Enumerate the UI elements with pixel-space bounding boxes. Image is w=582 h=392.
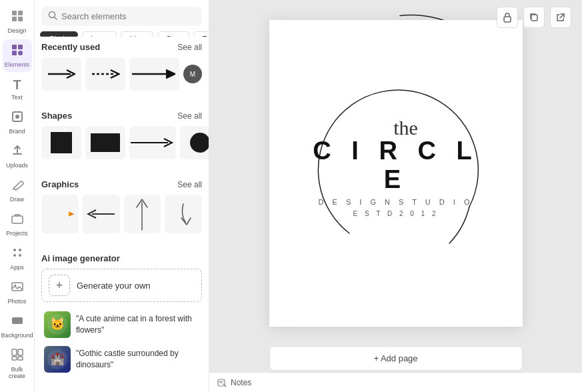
lock-button[interactable] <box>497 7 518 28</box>
svg-rect-20 <box>12 357 17 360</box>
shape-thumb-line-arrow[interactable] <box>129 126 176 159</box>
search-icon <box>48 11 57 22</box>
logo-circle-main-text: C I R C L E <box>296 137 496 194</box>
recently-used-row: M <box>41 57 202 91</box>
sidebar-item-background-label: Background <box>1 332 33 339</box>
graphic-thumb-sketch-arrow-down[interactable] <box>165 195 202 233</box>
logo-text-group: the C I R C L E D E S I G N S T U D I O … <box>296 117 496 217</box>
ai-generate-button[interactable]: + Generate your own <box>41 269 202 302</box>
svg-rect-18 <box>12 349 17 355</box>
sidebar-item-projects[interactable]: Projects <box>3 208 32 241</box>
svg-rect-34 <box>531 15 537 21</box>
svg-rect-10 <box>12 216 23 223</box>
sidebar-nav: Design Elements T Text Brand Uploads <box>0 0 35 392</box>
recently-used-header: Recently used See all <box>41 42 202 52</box>
ai-plus-icon: + <box>49 275 70 296</box>
sidebar-item-bulk-create[interactable]: Bulk create <box>3 344 32 383</box>
shape-thumb-rect[interactable] <box>85 126 125 159</box>
add-page-button[interactable]: + Add page <box>269 346 523 371</box>
canvas-area: the C I R C L E D E S I G N S T U D I O … <box>209 0 582 392</box>
sidebar-item-elements-label: Elements <box>5 61 30 68</box>
sidebar-item-elements[interactable]: Elements <box>3 39 32 72</box>
sidebar-item-uploads[interactable]: Uploads <box>3 140 32 173</box>
filter-tab-star[interactable]: Star <box>157 31 189 37</box>
graphics-title: Graphics <box>41 179 79 189</box>
sidebar-item-apps[interactable]: Apps <box>3 242 32 275</box>
notes-icon <box>217 378 227 387</box>
graphic-thumb-left-arrow[interactable] <box>83 195 120 233</box>
svg-rect-3 <box>18 17 23 21</box>
sidebar-item-bulk-create-label: Bulk create <box>5 366 29 379</box>
notes-bar: Notes <box>209 372 582 392</box>
logo-design: the C I R C L E D E S I G N S T U D I O … <box>296 73 496 273</box>
ai-prompt-text-2: "Gothic castle surrounded by dinosaurs" <box>76 348 199 371</box>
filter-tab-logo[interactable]: Logo <box>82 31 117 37</box>
copy-button[interactable] <box>523 7 545 28</box>
canvas[interactable]: the C I R C L E D E S I G N S T U D I O … <box>269 20 523 327</box>
svg-rect-2 <box>12 17 17 21</box>
notes-label[interactable]: Notes <box>231 378 251 387</box>
sidebar-item-brand[interactable]: Brand <box>3 106 32 139</box>
graphics-row <box>41 195 202 233</box>
graphics-header: Graphics See all <box>41 179 202 189</box>
search-input-wrap[interactable] <box>41 7 202 26</box>
graphic-thumb-orange-arrow[interactable] <box>41 195 79 233</box>
ai-prompt-item-1[interactable]: 🐱 "A cute anime cat in a forest with flo… <box>41 307 202 342</box>
ai-prompt-thumb-2: 🏰 <box>44 346 71 373</box>
ai-generate-label: Generate your own <box>77 281 151 291</box>
elements-icon <box>11 43 24 60</box>
apps-icon <box>11 246 24 263</box>
stickers-section: Stickers See all 🤖 🔑 🐝 <box>35 387 209 392</box>
shapes-row: › <box>41 126 202 159</box>
svg-point-13 <box>13 254 16 257</box>
canvas-toolbar <box>497 7 571 28</box>
svg-rect-6 <box>12 51 17 55</box>
text-icon: T <box>13 77 21 93</box>
svg-rect-21 <box>18 357 23 360</box>
uploads-icon <box>11 144 24 161</box>
logo-estd-text: E S T D 2 0 1 2 <box>296 210 496 217</box>
recently-used-see-all[interactable]: See all <box>177 43 202 52</box>
add-page-bar: + Add page <box>269 346 523 371</box>
sidebar-item-projects-label: Projects <box>6 230 28 237</box>
filter-tab-circle[interactable]: Circle <box>40 31 78 37</box>
draw-icon <box>11 178 24 195</box>
sidebar-item-text[interactable]: T Text <box>3 73 32 105</box>
shapes-title: Shapes <box>41 111 72 121</box>
filter-tab-line[interactable]: Line <box>121 31 153 37</box>
ai-title: Ai image generator <box>41 253 202 263</box>
sidebar-item-draw[interactable]: Draw <box>3 174 32 207</box>
svg-point-7 <box>18 51 23 55</box>
svg-rect-33 <box>504 17 511 22</box>
svg-rect-19 <box>18 349 23 355</box>
svg-text:🏰: 🏰 <box>50 351 65 366</box>
graphic-thumb-sketch-arrow-up[interactable] <box>124 195 161 233</box>
search-bar <box>35 0 209 31</box>
graphics-see-all[interactable]: See all <box>177 180 202 189</box>
sidebar-item-brand-label: Brand <box>9 128 25 135</box>
sidebar-item-uploads-label: Uploads <box>6 162 28 169</box>
svg-rect-17 <box>12 317 23 324</box>
filter-tab-frame[interactable]: Frame <box>193 31 209 37</box>
ai-prompt-text-1: "A cute anime cat in a forest with flowe… <box>76 313 199 336</box>
ai-prompt-thumb-1: 🐱 <box>44 311 71 338</box>
sidebar-item-background[interactable]: Background <box>3 310 32 343</box>
shapes-see-all[interactable]: See all <box>177 111 202 121</box>
export-button[interactable] <box>550 7 571 28</box>
search-input[interactable] <box>61 11 195 21</box>
element-thumb-arrow1[interactable] <box>41 57 81 91</box>
sidebar-item-photos[interactable]: Photos <box>3 276 32 309</box>
recently-used-section: Recently used See all M <box>35 37 209 100</box>
shape-thumb-circle[interactable] <box>180 126 209 159</box>
more-recently-used-btn[interactable]: M <box>183 65 202 83</box>
element-thumb-arrow2[interactable] <box>85 57 125 91</box>
brand-icon <box>11 110 24 127</box>
elements-panel: Circle Logo Line Star Frame Recently use… <box>35 0 209 392</box>
element-thumb-arrow-long[interactable] <box>129 57 179 91</box>
sidebar-item-design[interactable]: Design <box>3 5 32 38</box>
bulk-create-icon <box>11 348 24 365</box>
shape-thumb-square[interactable] <box>41 126 81 159</box>
projects-icon <box>11 212 24 229</box>
ai-prompt-item-2[interactable]: 🏰 "Gothic castle surrounded by dinosaurs… <box>41 342 202 377</box>
sidebar-item-draw-label: Draw <box>10 196 24 203</box>
